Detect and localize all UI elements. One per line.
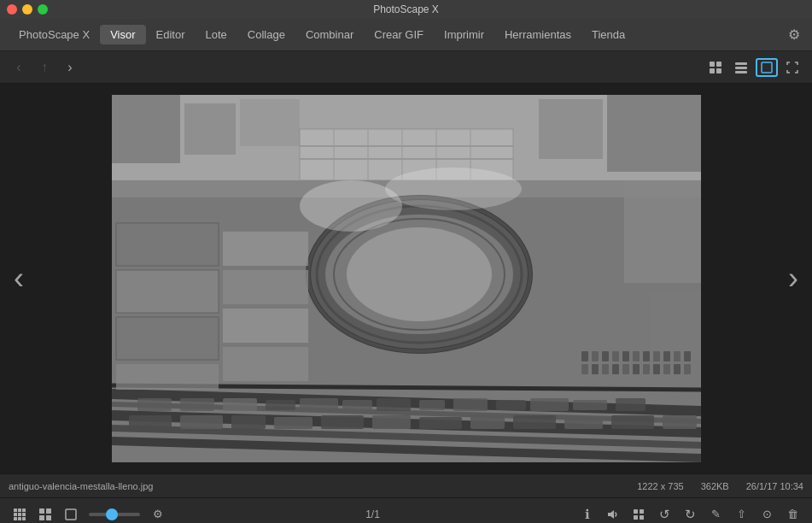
svg-rect-6 — [735, 71, 747, 73]
export-button[interactable]: ⊙ — [756, 503, 778, 524]
forward-button[interactable]: › — [60, 57, 80, 78]
maximize-button[interactable] — [38, 4, 48, 15]
svg-rect-112 — [640, 509, 644, 514]
svg-rect-104 — [22, 517, 26, 520]
nav-lote[interactable]: Lote — [195, 25, 237, 44]
prev-image-button[interactable]: ‹ — [3, 249, 34, 309]
thumbnail-small-button[interactable] — [9, 503, 31, 524]
nav-visor[interactable]: Visor — [100, 25, 145, 44]
status-date: 26/1/17 10:34 — [746, 481, 803, 491]
nav-photoscape[interactable]: PhotoScape X — [9, 25, 100, 44]
nav-tienda[interactable]: Tienda — [581, 25, 635, 44]
zoom-slider-container — [89, 513, 140, 516]
grid-view-button[interactable] — [628, 503, 650, 524]
nav-collage[interactable]: Collage — [237, 25, 295, 44]
svg-rect-95 — [112, 95, 701, 462]
svg-rect-7 — [762, 62, 772, 73]
close-button[interactable] — [7, 4, 17, 15]
photo-image — [112, 95, 701, 462]
view-single-button[interactable] — [756, 58, 778, 77]
svg-rect-5 — [735, 67, 747, 69]
svg-rect-0 — [710, 62, 715, 67]
nav-editor[interactable]: Editor — [146, 25, 196, 44]
svg-rect-1 — [716, 62, 721, 67]
nav-imprimir[interactable]: Imprimir — [434, 25, 494, 44]
settings-icon[interactable]: ⚙ — [785, 23, 803, 46]
svg-rect-97 — [18, 508, 21, 512]
svg-rect-96 — [14, 508, 17, 512]
title-bar: PhotoScape X — [0, 0, 812, 19]
next-image-button[interactable]: › — [778, 249, 809, 309]
svg-rect-113 — [634, 515, 638, 520]
svg-marker-110 — [608, 510, 614, 519]
svg-rect-4 — [735, 62, 747, 65]
share-button[interactable]: ⇧ — [730, 503, 752, 524]
main-content: ‹ — [0, 84, 812, 473]
zoom-slider[interactable] — [89, 513, 140, 516]
app-title: PhotoScape X — [373, 3, 439, 15]
info-button[interactable]: ℹ — [576, 503, 599, 524]
image-display — [112, 95, 701, 462]
up-button[interactable]: ↑ — [34, 57, 55, 78]
svg-rect-111 — [634, 509, 638, 514]
svg-rect-103 — [18, 517, 21, 520]
svg-rect-2 — [710, 68, 715, 73]
rotate-left-button[interactable]: ↺ — [653, 503, 675, 524]
status-filename: antiguo-valencia-mestalla-lleno.jpg — [9, 481, 628, 491]
view-mode-group — [704, 58, 803, 77]
thumbnail-large-button[interactable] — [60, 503, 82, 524]
svg-rect-99 — [14, 513, 17, 516]
page-indicator: 1/1 — [360, 508, 386, 520]
svg-rect-102 — [14, 517, 17, 520]
svg-rect-105 — [39, 508, 44, 514]
settings-button[interactable]: ⚙ — [147, 503, 169, 524]
status-filesize: 362KB — [701, 481, 729, 491]
nav-herramientas[interactable]: Herramientas — [494, 25, 581, 44]
svg-rect-108 — [46, 515, 51, 520]
nav-crear-gif[interactable]: Crear GIF — [364, 25, 434, 44]
thumbnail-medium-button[interactable] — [34, 503, 56, 524]
svg-rect-3 — [716, 68, 721, 73]
delete-button[interactable]: 🗑 — [781, 503, 803, 524]
svg-rect-100 — [18, 513, 21, 516]
sound-button[interactable] — [602, 503, 624, 524]
back-button[interactable]: ‹ — [9, 57, 29, 78]
svg-rect-101 — [22, 513, 26, 516]
zoom-slider-thumb[interactable] — [106, 508, 118, 520]
svg-rect-109 — [66, 509, 76, 520]
bottom-toolbar: ⚙ 1/1 ℹ ↺ ↻ ✎ ⇧ ⊙ 🗑 — [0, 497, 812, 523]
svg-rect-106 — [46, 508, 51, 514]
traffic-lights — [7, 4, 48, 15]
rotate-right-button[interactable]: ↻ — [679, 503, 701, 524]
status-bar: antiguo-valencia-mestalla-lleno.jpg 1222… — [0, 473, 812, 497]
view-fullscreen-button[interactable] — [781, 58, 803, 77]
svg-rect-114 — [640, 515, 644, 520]
nav-combinar[interactable]: Combinar — [295, 25, 364, 44]
status-right: 1222 x 735 362KB 26/1/17 10:34 — [637, 481, 803, 491]
status-dimensions: 1222 x 735 — [637, 481, 683, 491]
svg-rect-107 — [39, 515, 44, 520]
svg-rect-98 — [22, 508, 26, 512]
minimize-button[interactable] — [22, 4, 32, 15]
edit-button[interactable]: ✎ — [704, 503, 727, 524]
view-grid-button[interactable] — [704, 58, 727, 77]
nav-bar: PhotoScape X Visor Editor Lote Collage C… — [0, 19, 812, 51]
secondary-toolbar: ‹ ↑ › — [0, 51, 812, 84]
view-list-button[interactable] — [730, 58, 752, 77]
